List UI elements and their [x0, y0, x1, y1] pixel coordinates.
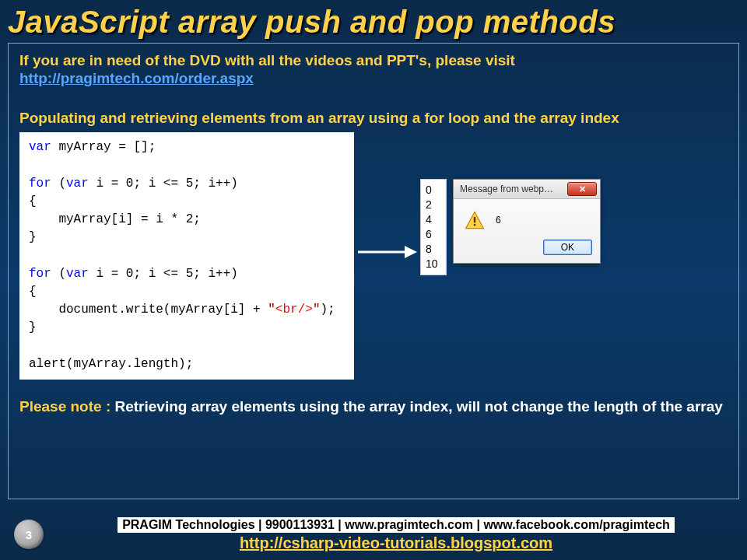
close-icon: ✕	[579, 184, 586, 194]
output-column: 0 2 4 6 8 10 Message from webp… ✕	[420, 179, 601, 275]
output-value: 10	[426, 257, 440, 271]
output-value: 0	[426, 183, 440, 198]
kw-var: var	[66, 177, 89, 191]
dialog-titlebar: Message from webp… ✕	[454, 180, 600, 199]
close-button[interactable]: ✕	[567, 182, 597, 196]
svg-rect-4	[474, 224, 475, 226]
code-text: myArray[i] = i * 2;	[29, 212, 201, 226]
footer: 3 PRAGIM Technologies | 9900113931 | www…	[0, 509, 747, 560]
dialog-title: Message from webp…	[460, 184, 553, 194]
code-text: myArray = [];	[51, 140, 156, 154]
output-value: 2	[426, 198, 440, 212]
code-string-quote: "	[268, 303, 275, 317]
footer-text: PRAGIM Technologies | 9900113931 | www.p…	[58, 517, 735, 552]
output-list: 0 2 4 6 8 10	[420, 179, 447, 275]
code-text: i = 0; i <= 5; i++)	[89, 267, 238, 281]
footer-info-line: PRAGIM Technologies | 9900113931 | www.p…	[117, 517, 675, 533]
note-text: Please note : Retrieving array elements …	[19, 397, 728, 417]
output-value: 4	[426, 212, 440, 227]
dialog-message: 6	[496, 215, 501, 226]
code-text: );	[320, 303, 335, 317]
code-entity: <br/>	[275, 303, 313, 317]
code-text: }	[29, 230, 37, 244]
note-lead: Please note :	[19, 398, 115, 415]
dialog-body: 6	[454, 199, 600, 235]
kw-for: for	[29, 267, 51, 281]
footer-link[interactable]: http://csharp-video-tutorials.blogspot.c…	[240, 534, 552, 551]
page-number-badge: 3	[14, 520, 44, 549]
code-text: alert(myArray.length);	[29, 357, 193, 371]
note-body: Retrieving array elements using the arra…	[115, 398, 723, 415]
ok-button[interactable]: OK	[543, 240, 592, 255]
arrow-column	[354, 241, 420, 263]
output-value: 8	[426, 242, 440, 257]
code-text: (	[51, 267, 66, 281]
example-row: var myArray = []; for (var i = 0; i <= 5…	[19, 132, 728, 379]
slide-title: JavaScript array push and pop methods	[0, 0, 747, 43]
code-text: {	[29, 194, 37, 208]
kw-var: var	[66, 267, 89, 281]
alert-dialog: Message from webp… ✕ 6 OK	[453, 179, 601, 264]
intro-link[interactable]: http://pragimtech.com/order.aspx	[19, 70, 254, 86]
code-text: (	[51, 177, 66, 191]
arrow-right-icon	[356, 241, 419, 263]
section-subhead: Populating and retrieving elements from …	[19, 109, 728, 128]
code-block: var myArray = []; for (var i = 0; i <= 5…	[19, 132, 354, 379]
code-text: document.write(myArray[i] +	[29, 303, 268, 317]
dialog-actions: OK	[454, 235, 600, 263]
kw-for: for	[29, 177, 51, 191]
svg-marker-1	[405, 246, 417, 258]
code-text: {	[29, 285, 37, 299]
output-value: 6	[426, 227, 440, 242]
kw-var: var	[29, 140, 51, 154]
code-text: i = 0; i <= 5; i++)	[89, 177, 238, 191]
intro-text: If you are in need of the DVD with all t…	[19, 51, 728, 70]
svg-rect-3	[474, 217, 475, 222]
warning-icon	[465, 210, 485, 230]
content-frame: If you are in need of the DVD with all t…	[8, 43, 739, 499]
code-text: }	[29, 320, 37, 334]
